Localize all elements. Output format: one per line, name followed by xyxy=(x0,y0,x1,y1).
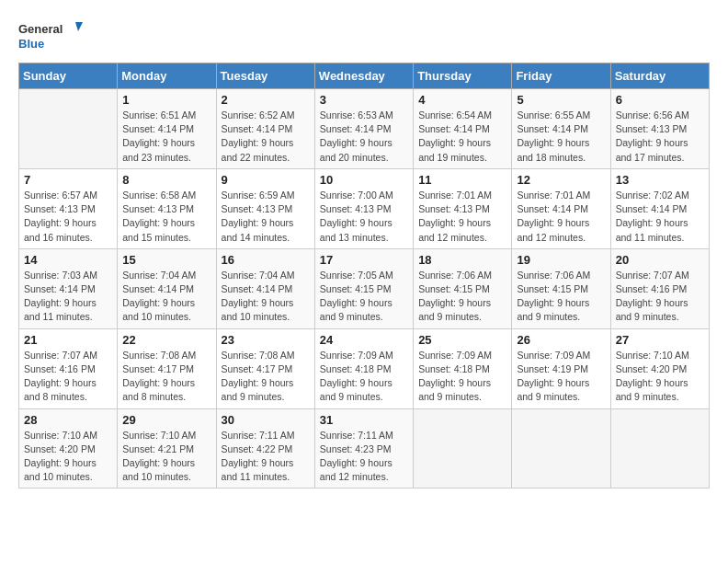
day-number: 17 xyxy=(320,253,408,267)
day-info: Sunrise: 7:10 AM Sunset: 4:20 PM Dayligh… xyxy=(616,349,704,405)
week-row-4: 21Sunrise: 7:07 AM Sunset: 4:16 PM Dayli… xyxy=(19,328,710,408)
day-cell: 2Sunrise: 6:52 AM Sunset: 4:14 PM Daylig… xyxy=(216,89,314,169)
day-number: 6 xyxy=(616,93,704,107)
day-cell: 7Sunrise: 6:57 AM Sunset: 4:13 PM Daylig… xyxy=(19,168,118,248)
logo: General Blue xyxy=(18,18,83,55)
day-info: Sunrise: 7:08 AM Sunset: 4:17 PM Dayligh… xyxy=(122,349,210,405)
day-cell: 19Sunrise: 7:06 AM Sunset: 4:15 PM Dayli… xyxy=(512,248,610,328)
header-tuesday: Tuesday xyxy=(216,63,314,89)
day-cell: 30Sunrise: 7:11 AM Sunset: 4:22 PM Dayli… xyxy=(216,408,314,488)
day-number: 23 xyxy=(222,333,310,347)
header-friday: Friday xyxy=(512,63,610,89)
header-sunday: Sunday xyxy=(19,63,118,89)
day-cell: 16Sunrise: 7:04 AM Sunset: 4:14 PM Dayli… xyxy=(216,248,314,328)
day-cell: 9Sunrise: 6:59 AM Sunset: 4:13 PM Daylig… xyxy=(216,168,314,248)
week-row-3: 14Sunrise: 7:03 AM Sunset: 4:14 PM Dayli… xyxy=(19,248,710,328)
day-info: Sunrise: 7:02 AM Sunset: 4:14 PM Dayligh… xyxy=(616,189,704,245)
day-cell xyxy=(512,408,610,488)
day-info: Sunrise: 7:03 AM Sunset: 4:14 PM Dayligh… xyxy=(24,269,112,325)
day-cell: 23Sunrise: 7:08 AM Sunset: 4:17 PM Dayli… xyxy=(216,328,314,408)
svg-marker-2 xyxy=(75,22,83,31)
day-info: Sunrise: 6:57 AM Sunset: 4:13 PM Dayligh… xyxy=(24,189,112,245)
day-cell: 6Sunrise: 6:56 AM Sunset: 4:13 PM Daylig… xyxy=(610,89,709,169)
day-number: 24 xyxy=(320,333,408,347)
day-info: Sunrise: 7:07 AM Sunset: 4:16 PM Dayligh… xyxy=(24,349,112,405)
day-number: 30 xyxy=(222,413,310,427)
day-cell: 10Sunrise: 7:00 AM Sunset: 4:13 PM Dayli… xyxy=(314,168,413,248)
day-number: 5 xyxy=(517,93,605,107)
week-row-1: 1Sunrise: 6:51 AM Sunset: 4:14 PM Daylig… xyxy=(19,89,710,169)
day-info: Sunrise: 7:11 AM Sunset: 4:22 PM Dayligh… xyxy=(222,429,310,485)
day-number: 14 xyxy=(24,253,112,267)
day-info: Sunrise: 7:00 AM Sunset: 4:13 PM Dayligh… xyxy=(320,189,408,245)
day-number: 20 xyxy=(616,253,704,267)
day-cell xyxy=(19,89,118,169)
day-info: Sunrise: 7:04 AM Sunset: 4:14 PM Dayligh… xyxy=(122,269,210,325)
day-info: Sunrise: 7:10 AM Sunset: 4:20 PM Dayligh… xyxy=(24,429,112,485)
calendar-header-row: SundayMondayTuesdayWednesdayThursdayFrid… xyxy=(19,63,710,89)
day-number: 22 xyxy=(122,333,210,347)
calendar-table: SundayMondayTuesdayWednesdayThursdayFrid… xyxy=(18,63,710,488)
logo-svg: General Blue xyxy=(18,18,83,55)
day-info: Sunrise: 6:52 AM Sunset: 4:14 PM Dayligh… xyxy=(222,109,310,165)
day-cell xyxy=(610,408,709,488)
day-number: 10 xyxy=(320,173,408,187)
day-number: 18 xyxy=(418,253,506,267)
day-info: Sunrise: 7:10 AM Sunset: 4:21 PM Dayligh… xyxy=(122,429,210,485)
day-number: 9 xyxy=(222,173,310,187)
day-number: 19 xyxy=(517,253,605,267)
day-cell: 17Sunrise: 7:05 AM Sunset: 4:15 PM Dayli… xyxy=(314,248,413,328)
day-cell: 8Sunrise: 6:58 AM Sunset: 4:13 PM Daylig… xyxy=(118,168,216,248)
day-cell: 29Sunrise: 7:10 AM Sunset: 4:21 PM Dayli… xyxy=(118,408,216,488)
day-cell: 15Sunrise: 7:04 AM Sunset: 4:14 PM Dayli… xyxy=(118,248,216,328)
header-wednesday: Wednesday xyxy=(314,63,413,89)
day-cell: 24Sunrise: 7:09 AM Sunset: 4:18 PM Dayli… xyxy=(314,328,413,408)
day-number: 16 xyxy=(222,253,310,267)
day-info: Sunrise: 7:08 AM Sunset: 4:17 PM Dayligh… xyxy=(222,349,310,405)
day-number: 12 xyxy=(517,173,605,187)
day-cell: 4Sunrise: 6:54 AM Sunset: 4:14 PM Daylig… xyxy=(414,89,512,169)
header-thursday: Thursday xyxy=(414,63,512,89)
day-cell xyxy=(414,408,512,488)
day-info: Sunrise: 7:09 AM Sunset: 4:18 PM Dayligh… xyxy=(320,349,408,405)
day-info: Sunrise: 7:09 AM Sunset: 4:19 PM Dayligh… xyxy=(517,349,605,405)
svg-text:Blue: Blue xyxy=(18,37,44,51)
day-info: Sunrise: 6:56 AM Sunset: 4:13 PM Dayligh… xyxy=(616,109,704,165)
day-info: Sunrise: 6:55 AM Sunset: 4:14 PM Dayligh… xyxy=(517,109,605,165)
day-number: 28 xyxy=(24,413,112,427)
day-number: 7 xyxy=(24,173,112,187)
day-cell: 26Sunrise: 7:09 AM Sunset: 4:19 PM Dayli… xyxy=(512,328,610,408)
day-number: 25 xyxy=(418,333,506,347)
day-info: Sunrise: 7:06 AM Sunset: 4:15 PM Dayligh… xyxy=(418,269,506,325)
day-cell: 28Sunrise: 7:10 AM Sunset: 4:20 PM Dayli… xyxy=(19,408,118,488)
day-info: Sunrise: 7:09 AM Sunset: 4:18 PM Dayligh… xyxy=(418,349,506,405)
day-info: Sunrise: 7:01 AM Sunset: 4:14 PM Dayligh… xyxy=(517,189,605,245)
day-cell: 11Sunrise: 7:01 AM Sunset: 4:13 PM Dayli… xyxy=(414,168,512,248)
day-info: Sunrise: 6:59 AM Sunset: 4:13 PM Dayligh… xyxy=(222,189,310,245)
day-info: Sunrise: 7:06 AM Sunset: 4:15 PM Dayligh… xyxy=(517,269,605,325)
day-info: Sunrise: 7:07 AM Sunset: 4:16 PM Dayligh… xyxy=(616,269,704,325)
day-number: 15 xyxy=(122,253,210,267)
day-cell: 18Sunrise: 7:06 AM Sunset: 4:15 PM Dayli… xyxy=(414,248,512,328)
day-number: 21 xyxy=(24,333,112,347)
day-info: Sunrise: 7:04 AM Sunset: 4:14 PM Dayligh… xyxy=(222,269,310,325)
day-cell: 3Sunrise: 6:53 AM Sunset: 4:14 PM Daylig… xyxy=(314,89,413,169)
day-number: 31 xyxy=(320,413,408,427)
day-info: Sunrise: 7:01 AM Sunset: 4:13 PM Dayligh… xyxy=(418,189,506,245)
day-cell: 1Sunrise: 6:51 AM Sunset: 4:14 PM Daylig… xyxy=(118,89,216,169)
day-info: Sunrise: 6:54 AM Sunset: 4:14 PM Dayligh… xyxy=(418,109,506,165)
svg-text:General: General xyxy=(18,22,63,36)
day-number: 29 xyxy=(122,413,210,427)
day-number: 4 xyxy=(418,93,506,107)
day-number: 3 xyxy=(320,93,408,107)
week-row-5: 28Sunrise: 7:10 AM Sunset: 4:20 PM Dayli… xyxy=(19,408,710,488)
day-number: 26 xyxy=(517,333,605,347)
day-cell: 14Sunrise: 7:03 AM Sunset: 4:14 PM Dayli… xyxy=(19,248,118,328)
day-number: 27 xyxy=(616,333,704,347)
page-header: General Blue xyxy=(18,18,710,55)
day-number: 8 xyxy=(122,173,210,187)
day-cell: 13Sunrise: 7:02 AM Sunset: 4:14 PM Dayli… xyxy=(610,168,709,248)
day-number: 2 xyxy=(222,93,310,107)
day-cell: 20Sunrise: 7:07 AM Sunset: 4:16 PM Dayli… xyxy=(610,248,709,328)
day-info: Sunrise: 6:53 AM Sunset: 4:14 PM Dayligh… xyxy=(320,109,408,165)
